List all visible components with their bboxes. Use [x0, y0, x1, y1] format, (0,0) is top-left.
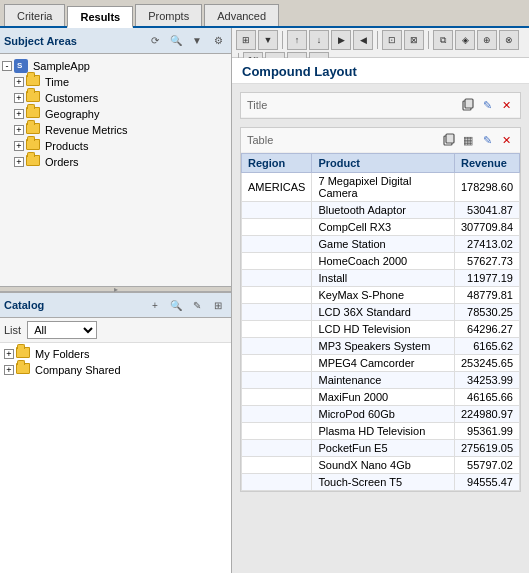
cell-product: MaxiFun 2000 — [312, 389, 455, 406]
catalog-search-icon[interactable]: 🔍 — [167, 296, 185, 314]
tree-toggle-geography[interactable]: + — [14, 109, 24, 119]
cell-region — [242, 338, 312, 355]
subject-areas-search-icon[interactable]: 🔍 — [167, 32, 185, 50]
layout-area[interactable]: Title ✎ ✕ Table — [232, 84, 529, 573]
cell-region — [242, 287, 312, 304]
tabs-bar: Criteria Results Prompts Advanced — [0, 0, 529, 28]
toolbar-dropdown-btn[interactable]: ▼ — [258, 30, 278, 50]
cell-product: LCD HD Television — [312, 321, 455, 338]
tree-label-geography: Geography — [45, 108, 99, 120]
toolbar-forward-btn[interactable]: ↓ — [309, 30, 329, 50]
toolbar-copy-btn[interactable]: ⧉ — [433, 30, 453, 50]
subject-areas-options-icon[interactable]: ⚙ — [209, 32, 227, 50]
catalog-options-icon[interactable]: ⊞ — [209, 296, 227, 314]
table-row: KeyMax S-Phone48779.81 — [242, 287, 520, 304]
tree-label-time: Time — [45, 76, 69, 88]
cell-product: Game Station — [312, 236, 455, 253]
cell-revenue: 55797.02 — [455, 457, 520, 474]
tree-toggle-orders[interactable]: + — [14, 157, 24, 167]
toolbar-right-btn[interactable]: ▶ — [331, 30, 351, 50]
table-close-icon[interactable]: ✕ — [498, 132, 514, 148]
subject-areas-tree[interactable]: - SampleApp + Time + — [0, 54, 231, 286]
catalog-list-label: List — [4, 324, 21, 336]
tab-criteria[interactable]: Criteria — [4, 4, 65, 26]
tab-prompts[interactable]: Prompts — [135, 4, 202, 26]
table-pencil-icon[interactable]: ✎ — [479, 132, 495, 148]
tree-item-sampleapp[interactable]: - SampleApp — [2, 58, 229, 74]
cell-product: Plasma HD Television — [312, 423, 455, 440]
table-grid-icon[interactable]: ▦ — [460, 132, 476, 148]
cell-product: LCD 36X Standard — [312, 304, 455, 321]
title-box-header: Title ✎ ✕ — [241, 93, 520, 118]
toolbar-back-btn[interactable]: ↑ — [287, 30, 307, 50]
table-row: PocketFun E5275619.05 — [242, 440, 520, 457]
products-folder-icon — [26, 139, 42, 153]
tree-toggle-products[interactable]: + — [14, 141, 24, 151]
orders-folder-icon — [26, 155, 42, 169]
tree-item-my-folders[interactable]: + My Folders — [4, 346, 227, 362]
toolbar-add-btn[interactable]: ⊕ — [477, 30, 497, 50]
catalog-list-row: List All My Folders Shared — [0, 318, 231, 343]
cell-product: KeyMax S-Phone — [312, 287, 455, 304]
cell-revenue: 48779.81 — [455, 287, 520, 304]
tab-advanced[interactable]: Advanced — [204, 4, 279, 26]
cell-region — [242, 423, 312, 440]
cell-revenue: 34253.99 — [455, 372, 520, 389]
toolbar-grid-btn[interactable]: ⊡ — [382, 30, 402, 50]
cell-region — [242, 389, 312, 406]
cell-revenue: 224980.97 — [455, 406, 520, 423]
title-pencil-icon[interactable]: ✎ — [479, 97, 495, 113]
cell-region — [242, 202, 312, 219]
cell-product: Touch-Screen T5 — [312, 474, 455, 491]
tree-toggle-revenue-metrics[interactable]: + — [14, 125, 24, 135]
title-copy-icon[interactable] — [460, 97, 476, 113]
tree-toggle-time[interactable]: + — [14, 77, 24, 87]
cell-region — [242, 253, 312, 270]
table-copy-icon[interactable] — [441, 132, 457, 148]
catalog-edit-icon[interactable]: ✎ — [188, 296, 206, 314]
tree-item-revenue-metrics[interactable]: + Revenue Metrics — [2, 122, 229, 138]
cell-revenue: 95361.99 — [455, 423, 520, 440]
compound-layout-label: Compound Layout — [232, 58, 529, 84]
cell-product: Maintenance — [312, 372, 455, 389]
tree-item-geography[interactable]: + Geography — [2, 106, 229, 122]
tab-results[interactable]: Results — [67, 6, 133, 28]
title-box-icons: ✎ ✕ — [460, 97, 514, 113]
toolbar-sep1 — [282, 31, 283, 49]
toolbar-view-btn[interactable]: ⊞ — [236, 30, 256, 50]
tree-toggle-sampleapp[interactable]: - — [2, 61, 12, 71]
cell-region — [242, 406, 312, 423]
tree-item-company-shared[interactable]: + Company Shared — [4, 362, 227, 378]
subject-areas-menu-icon[interactable]: ▼ — [188, 32, 206, 50]
tree-toggle-customers[interactable]: + — [14, 93, 24, 103]
cell-product: MicroPod 60Gb — [312, 406, 455, 423]
my-folders-icon — [16, 347, 32, 361]
toolbar-left-btn[interactable]: ◀ — [353, 30, 373, 50]
cell-region — [242, 372, 312, 389]
toolbar-paste-btn[interactable]: ◈ — [455, 30, 475, 50]
subject-areas-reload-icon[interactable]: ⟳ — [146, 32, 164, 50]
table-row: MicroPod 60Gb224980.97 — [242, 406, 520, 423]
cell-revenue: 307709.84 — [455, 219, 520, 236]
toolbar-remove-btn[interactable]: ⊗ — [499, 30, 519, 50]
tree-item-products[interactable]: + Products — [2, 138, 229, 154]
cell-region — [242, 440, 312, 457]
data-table: Region Product Revenue AMERICAS7 Megapix… — [241, 153, 520, 491]
tree-toggle-my-folders[interactable]: + — [4, 349, 14, 359]
catalog-add-icon[interactable]: + — [146, 296, 164, 314]
tree-item-orders[interactable]: + Orders — [2, 154, 229, 170]
tree-item-time[interactable]: + Time — [2, 74, 229, 90]
right-panel: ⊞ ▼ ↑ ↓ ▶ ◀ ⊡ ⊠ ⧉ ◈ ⊕ ⊗ 💾 ⟳ 🖨 ⤓ Compound… — [232, 28, 529, 573]
table-box-icons: ▦ ✎ ✕ — [441, 132, 514, 148]
tree-toggle-company-shared[interactable]: + — [4, 365, 14, 375]
tree-item-customers[interactable]: + Customers — [2, 90, 229, 106]
left-panel: Subject Areas ⟳ 🔍 ▼ ⚙ - SampleApp + — [0, 28, 232, 573]
table-row: LCD 36X Standard78530.25 — [242, 304, 520, 321]
catalog-tree[interactable]: + My Folders + Company Shared — [0, 343, 231, 573]
title-close-icon[interactable]: ✕ — [498, 97, 514, 113]
catalog-list-select[interactable]: All My Folders Shared — [27, 321, 97, 339]
toolbar-grid2-btn[interactable]: ⊠ — [404, 30, 424, 50]
svg-rect-1 — [465, 99, 473, 108]
col-header-revenue: Revenue — [455, 154, 520, 173]
subject-areas-header: Subject Areas ⟳ 🔍 ▼ ⚙ — [0, 28, 231, 54]
